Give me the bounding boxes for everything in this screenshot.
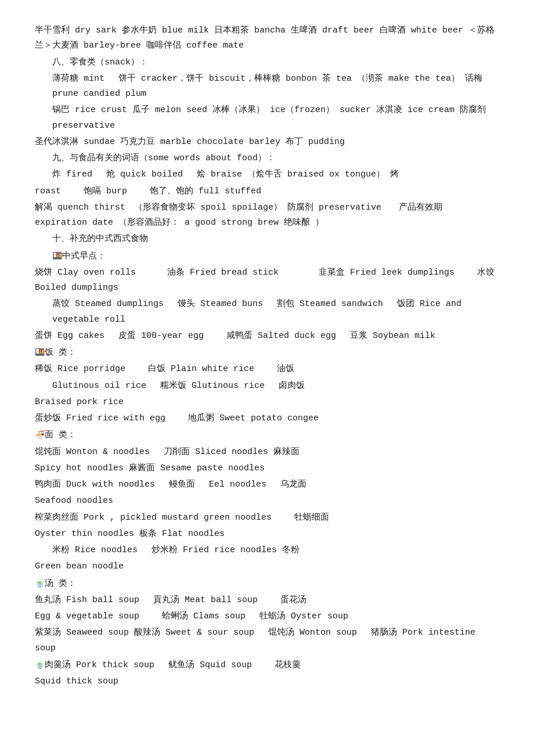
line-text: Glutinous oil rice 糯米饭 Glutinous rice 卤肉…: [52, 381, 305, 391]
line-item: Braised pork rice: [35, 395, 499, 410]
line-text: 炸 fired 炝 quick boiled 烩 braise （烩牛舌 bra…: [52, 170, 399, 179]
line-item: 蛋饼 Egg cakes 皮蛋 100-year egg 咸鸭蛋 Salted …: [35, 329, 499, 344]
line-text: 九、与食品有关的词语（some words about food）：: [52, 153, 275, 163]
line-item: 米粉 Rice noodles 炒米粉 Fried rice noodles 冬…: [35, 543, 499, 558]
line-item: 薄荷糖 mint 饼干 cracker，饼干 biscuit，棒棒糖 bonbo…: [35, 71, 499, 102]
line-item: Green bean noodle: [35, 559, 499, 574]
line-item: 九、与食品有关的词语（some words about food）：: [35, 151, 499, 166]
line-item: 🍜面 类：: [35, 427, 499, 443]
line-item: 🍵汤 类：: [35, 576, 499, 592]
line-item: 八、零食类（snack）：: [35, 55, 499, 70]
line-item: Spicy hot noodles 麻酱面 Sesame paste noodl…: [35, 461, 499, 476]
line-text: 半干雪利 dry sark 参水牛奶 blue milk 日本粗茶 bancha…: [35, 26, 495, 51]
line-text: 肉羹汤 Pork thick soup 鱿鱼汤 Squid soup 花枝羹: [45, 660, 301, 670]
line-text: 圣代冰淇淋 sundae 巧克力豆 marble chocolate barle…: [35, 137, 345, 147]
line-item: 炸 fired 炝 quick boiled 烩 braise （烩牛舌 bra…: [35, 167, 499, 182]
line-text: 紫菜汤 Seaweed soup 酸辣汤 Sweet & sour soup 馄…: [35, 628, 475, 653]
line-text: 蛋炒饭 Fried rice with egg 地瓜粥 Sweet potato…: [35, 413, 319, 423]
line-item: 🍱中式早点：: [35, 249, 499, 264]
line-text: 中式早点：: [62, 251, 106, 261]
section-emoji: 🍜: [35, 430, 45, 439]
line-item: 半干雪利 dry sark 参水牛奶 blue milk 日本粗茶 bancha…: [35, 23, 499, 54]
line-text: 鸭肉面 Duck with noodles 鳗鱼面 Eel noodles 乌龙…: [35, 480, 306, 489]
line-item: 圣代冰淇淋 sundae 巧克力豆 marble chocolate barle…: [35, 135, 499, 150]
line-item: 馄饨面 Wonton & noodles 刀削面 Sliced noodles …: [35, 445, 499, 460]
line-item: 锅巴 rice crust 瓜子 melon seed 冰棒（冰果） ice（f…: [35, 103, 499, 134]
line-item: Oyster thin noodles 板条 Flat noodles: [35, 527, 499, 542]
line-item: Glutinous oil rice 糯米饭 Glutinous rice 卤肉…: [35, 379, 499, 394]
line-item: 🍱饭 类：: [35, 345, 499, 361]
line-text: 榨菜肉丝面 Pork , pickled mustard green noodl…: [35, 513, 329, 523]
line-item: Seafood noodles: [35, 494, 499, 509]
line-text: 米粉 Rice noodles 炒米粉 Fried rice noodles 冬…: [52, 545, 300, 555]
line-item: 蒸饺 Steamed dumplings 馒头 Steamed buns 割包 …: [35, 297, 499, 327]
line-item: Squid thick soup: [35, 674, 499, 689]
line-item: 榨菜肉丝面 Pork , pickled mustard green noodl…: [35, 510, 499, 525]
section-emoji: 🍵: [35, 660, 45, 669]
line-text: 饭 类：: [45, 348, 76, 358]
line-text: Squid thick soup: [35, 676, 118, 686]
line-item: 稀饭 Rice porridge 白饭 Plain white rice 油饭: [35, 362, 499, 377]
line-item: 十、补充的中式西式食物: [35, 232, 499, 247]
line-text: 八、零食类（snack）：: [52, 57, 148, 67]
line-text: 锅巴 rice crust 瓜子 melon seed 冰棒（冰果） ice（f…: [52, 105, 486, 130]
line-item: 🍵肉羹汤 Pork thick soup 鱿鱼汤 Squid soup 花枝羹: [35, 657, 499, 673]
line-text: Egg & vegetable soup 蛤蜊汤 Clams soup 牡蛎汤 …: [35, 611, 348, 621]
line-item: 蛋炒饭 Fried rice with egg 地瓜粥 Sweet potato…: [35, 411, 499, 426]
line-text: Oyster thin noodles 板条 Flat noodles: [35, 529, 225, 539]
line-item: 紫菜汤 Seaweed soup 酸辣汤 Sweet & sour soup 馄…: [35, 625, 499, 656]
line-item: 鱼丸汤 Fish ball soup 貢丸汤 Meat ball soup 蛋花…: [35, 593, 499, 608]
line-text: 解渴 quench thirst （形容食物变坏 spoil spoilage）…: [35, 203, 442, 228]
line-text: 面 类：: [45, 430, 76, 440]
line-text: 鱼丸汤 Fish ball soup 貢丸汤 Meat ball soup 蛋花…: [35, 595, 306, 605]
line-item: 烧饼 Clay oven rolls 油条 Fried bread stick …: [35, 265, 499, 296]
line-text: Seafood noodles: [35, 496, 113, 506]
line-item: 鸭肉面 Duck with noodles 鳗鱼面 Eel noodles 乌龙…: [35, 477, 499, 492]
line-item: Egg & vegetable soup 蛤蜊汤 Clams soup 牡蛎汤 …: [35, 609, 499, 624]
line-item: 解渴 quench thirst （形容食物变坏 spoil spoilage）…: [35, 200, 499, 231]
line-text: 薄荷糖 mint 饼干 cracker，饼干 biscuit，棒棒糖 bonbo…: [52, 74, 482, 99]
section-emoji: 🍱: [52, 251, 62, 260]
line-text: 稀饭 Rice porridge 白饭 Plain white rice 油饭: [35, 364, 294, 374]
line-text: 蛋饼 Egg cakes 皮蛋 100-year egg 咸鸭蛋 Salted …: [35, 331, 435, 341]
line-item: roast 饱嗝 burp 饱了、饱的 full stuffed: [35, 184, 499, 199]
section-emoji: 🍵: [35, 578, 45, 588]
line-text: Green bean noodle: [35, 561, 124, 571]
line-text: 十、补充的中式西式食物: [52, 234, 148, 244]
line-text: Spicy hot noodles 麻酱面 Sesame paste noodl…: [35, 463, 265, 473]
section-emoji: 🍱: [35, 347, 45, 357]
line-text: 蒸饺 Steamed dumplings 馒头 Steamed buns 割包 …: [52, 299, 461, 324]
line-text: 烧饼 Clay oven rolls 油条 Fried bread stick …: [35, 268, 495, 293]
main-content: 半干雪利 dry sark 参水牛奶 blue milk 日本粗茶 bancha…: [35, 23, 499, 689]
line-text: 馄饨面 Wonton & noodles 刀削面 Sliced noodles …: [35, 447, 300, 457]
line-text: roast 饱嗝 burp 饱了、饱的 full stuffed: [35, 186, 261, 196]
line-text: Braised pork rice: [35, 397, 124, 407]
line-text: 汤 类：: [45, 579, 76, 589]
